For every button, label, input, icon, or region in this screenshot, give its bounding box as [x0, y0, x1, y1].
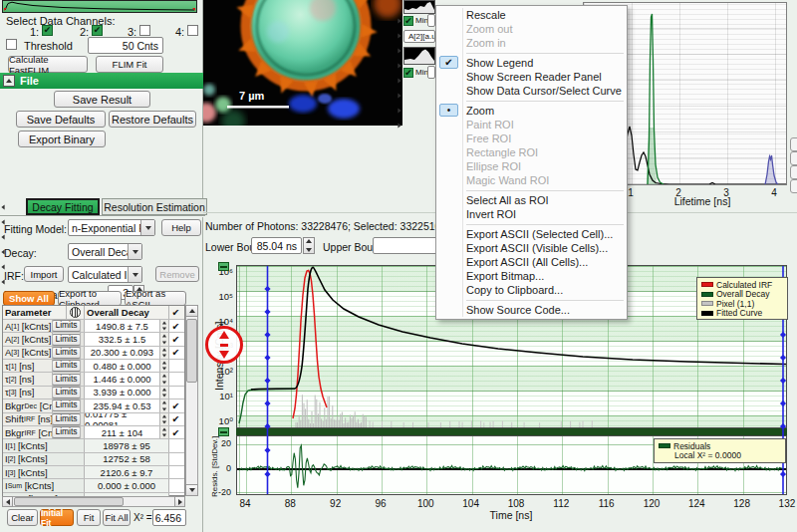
splitter-arrow-icon[interactable]	[398, 34, 400, 39]
flim-fit-button[interactable]: FLIM Fit	[96, 56, 163, 73]
min-checkbox-2[interactable]: ✔	[403, 68, 413, 78]
fit-button[interactable]: Fit	[77, 509, 101, 526]
menu-item-invert-roi[interactable]: Invert ROI	[436, 207, 627, 221]
restore-defaults-button[interactable]: Restore Defaults	[109, 111, 196, 128]
use-parameter-checkbox[interactable]: ✔	[169, 426, 182, 438]
value-spinner[interactable]	[160, 373, 169, 385]
tab-decay-fitting[interactable]: Decay Fitting	[26, 198, 100, 215]
channel-3-checkbox[interactable]	[139, 25, 150, 36]
limits-button[interactable]: Limits	[53, 334, 81, 346]
scroll-up-button[interactable]	[185, 305, 198, 317]
limits-button[interactable]: Limits	[53, 374, 81, 386]
limits-button[interactable]: Limits	[53, 426, 81, 438]
microscopy-image[interactable]: 7 µm	[203, 0, 402, 126]
parameter-value[interactable]: 1490.8 ± 7.5	[85, 320, 160, 332]
collapse-arrow-icon[interactable]	[3, 75, 15, 87]
channel-2-checkbox[interactable]: ✔	[92, 25, 103, 36]
splitter-arrow-icon[interactable]	[1, 235, 4, 240]
parameter-value[interactable]: 211 ± 104	[85, 426, 160, 438]
side-toolbar-button[interactable]	[790, 179, 797, 193]
export-to-clipboard-button[interactable]: Export to Clipboard	[58, 291, 122, 306]
menu-item-export-ascii-visible-cells[interactable]: Export ASCII (Visible Cells)...	[436, 241, 627, 255]
parameter-value[interactable]: 0.000 ± 0.000	[85, 479, 169, 491]
menu-item-show-screen-reader-panel[interactable]: Show Screen Reader Panel	[436, 70, 627, 84]
splitter-arrow-icon[interactable]	[398, 19, 400, 24]
use-parameter-checkbox[interactable]	[169, 439, 182, 451]
menu-item-export-ascii-selected-cell[interactable]: Export ASCII (Selected Cell)...	[436, 227, 627, 241]
threshold-value-field[interactable]: 50 Cnts	[88, 37, 163, 54]
use-parameter-checkbox[interactable]: ✔	[169, 347, 182, 359]
limits-button[interactable]: Limits	[53, 387, 81, 399]
use-parameter-checkbox[interactable]	[169, 360, 182, 372]
side-toolbar-button[interactable]	[790, 151, 797, 165]
parameter-value[interactable]: 0.01775 ± 0.00081	[85, 413, 160, 425]
splitter-arrow-icon[interactable]	[398, 94, 400, 99]
parameter-value[interactable]: 20.300 ± 0.093	[85, 347, 160, 359]
menu-item-select-all-as-roi[interactable]: Select All as ROI	[436, 193, 627, 207]
splitter-arrow-icon[interactable]	[1, 250, 4, 255]
parameter-value[interactable]: 18978 ± 95	[85, 439, 169, 451]
use-parameter-checkbox[interactable]	[169, 453, 182, 465]
lower-boundary-field[interactable]: 85.04 ns	[251, 237, 302, 254]
fit-all-button[interactable]: Fit All	[103, 509, 131, 526]
display-parameter-selector[interactable]: A[2][a.u.]	[403, 30, 435, 43]
value-spinner[interactable]	[160, 347, 169, 359]
tab-resolution-estimation[interactable]: Resolution Estimation	[102, 198, 207, 215]
parameter-value[interactable]: 3.939 ± 0.000	[85, 387, 160, 399]
vertical-scroll-thumb[interactable]	[186, 319, 197, 383]
threshold-checkbox[interactable]	[6, 39, 17, 50]
limits-button[interactable]: Limits	[53, 320, 81, 332]
value-spinner[interactable]	[160, 426, 169, 438]
side-toolbar-button[interactable]	[790, 137, 797, 151]
splitter-arrow-icon[interactable]	[1, 205, 4, 210]
menu-item-show-data-cursor-select-curve[interactable]: Show Data Cursor/Select Curve	[436, 84, 627, 98]
horizontal-scroll-thumb[interactable]	[14, 497, 124, 506]
calculate-fastflim-button[interactable]: Calculate FastFLIM	[8, 56, 88, 73]
splitter-arrow-icon[interactable]	[398, 124, 400, 129]
chevron-down-icon[interactable]	[128, 267, 141, 282]
limits-button[interactable]: Limits	[53, 399, 81, 411]
use-parameter-checkbox[interactable]: ✔	[169, 413, 182, 425]
value-spinner[interactable]	[160, 413, 169, 425]
channel-1-checkbox[interactable]: ✔	[42, 25, 53, 36]
parameter-value[interactable]: 1.446 ± 0.000	[85, 373, 160, 385]
splitter-arrow-icon[interactable]	[398, 49, 400, 54]
plot-drag-handle[interactable]	[218, 262, 229, 271]
menu-item-export-ascii-all-cells[interactable]: Export ASCII (All Cells)...	[436, 255, 627, 269]
value-spinner[interactable]	[160, 320, 169, 332]
use-parameter-checkbox[interactable]	[169, 387, 182, 399]
min-checkbox-1[interactable]: ✔	[403, 16, 413, 26]
menu-item-show-source-code[interactable]: Show Source Code...	[436, 303, 627, 317]
chevron-down-icon[interactable]	[128, 244, 141, 259]
scroll-right-button[interactable]	[174, 496, 185, 507]
menu-item-copy-to-clipboard[interactable]: Copy to Clipboard...	[436, 283, 627, 297]
decay-dropdown[interactable]: Overall Decay	[68, 243, 142, 260]
irf-dropdown[interactable]: Calculated IRF	[68, 266, 142, 283]
irf-import-button[interactable]: Import	[24, 266, 64, 282]
file-section-bar[interactable]: File	[0, 73, 203, 89]
parameter-value[interactable]: 0.480 ± 0.000	[85, 360, 160, 372]
use-parameter-checkbox[interactable]	[169, 373, 182, 385]
header-check-column[interactable]: ✔	[169, 306, 182, 319]
export-as-ascii-button[interactable]: Export as ASCII	[125, 291, 186, 306]
limits-button[interactable]: Limits	[53, 360, 81, 372]
help-button[interactable]: Help	[161, 219, 201, 236]
splitter-arrow-icon[interactable]	[398, 79, 400, 84]
save-defaults-button[interactable]: Save Defaults	[16, 111, 106, 128]
splitter-arrow-icon[interactable]	[1, 280, 4, 285]
intensity-histogram-thumbnail[interactable]	[403, 0, 435, 14]
min-value-field-1[interactable]	[427, 14, 435, 27]
parameter-value[interactable]: 2120.6 ± 9.7	[85, 466, 169, 478]
initial-fit-button[interactable]: Initial Fit	[40, 509, 74, 526]
lock-columns-icon[interactable]	[70, 307, 81, 318]
value-spinner[interactable]	[160, 333, 169, 345]
scroll-down-button[interactable]	[185, 484, 198, 496]
min-value-field-2[interactable]	[427, 66, 435, 79]
parameter-value[interactable]: 332.5 ± 1.5	[85, 333, 160, 345]
channel-4-checkbox[interactable]	[187, 25, 198, 36]
splitter-arrow-icon[interactable]	[398, 64, 400, 69]
clear-button[interactable]: Clear	[7, 509, 38, 526]
splitter-arrow-icon[interactable]	[1, 220, 4, 225]
plot-drag-handle[interactable]	[218, 427, 229, 436]
value-spinner[interactable]	[160, 399, 169, 411]
